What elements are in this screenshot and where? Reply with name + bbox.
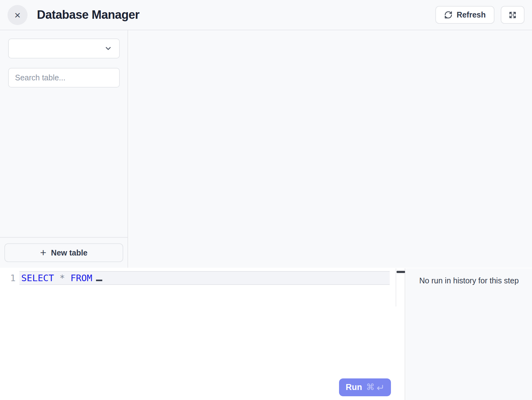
text-cursor	[96, 280, 102, 281]
fullscreen-button[interactable]	[501, 6, 524, 24]
run-shortcut: ⌘	[366, 383, 384, 392]
run-button-label: Run	[346, 382, 362, 392]
sql-keyword-select: SELECT	[21, 273, 54, 283]
return-key-icon	[376, 383, 384, 392]
scrollbar-thumb[interactable]	[397, 271, 405, 273]
sidebar-footer: + New table	[0, 237, 128, 268]
page-title: Database Manager	[37, 8, 139, 22]
new-table-button[interactable]: + New table	[4, 243, 123, 262]
run-button[interactable]: Run ⌘	[339, 378, 391, 396]
sql-editor[interactable]: 1 SELECT * FROM Run ⌘	[0, 268, 405, 400]
plus-icon: +	[40, 247, 46, 258]
table-dropdown[interactable]	[8, 38, 120, 58]
sql-operator-star: *	[59, 273, 65, 283]
main-content-area	[129, 30, 532, 268]
new-table-button-label: New table	[51, 248, 88, 257]
run-history-panel: No run in history for this step	[406, 268, 532, 400]
refresh-button-label: Refresh	[457, 10, 486, 19]
fullscreen-expand-icon	[508, 11, 517, 19]
scrollbar-track	[396, 268, 396, 306]
sql-keyword-from: FROM	[70, 273, 92, 283]
history-empty-message: No run in history for this step	[406, 268, 532, 285]
close-icon: ×	[14, 10, 21, 20]
search-table-input[interactable]	[8, 68, 120, 88]
command-key-icon: ⌘	[366, 383, 375, 392]
close-button[interactable]: ×	[8, 5, 28, 25]
chevron-down-icon	[104, 44, 112, 53]
refresh-icon	[444, 11, 453, 19]
header: × Database Manager Refresh	[0, 0, 532, 30]
refresh-button[interactable]: Refresh	[435, 6, 494, 24]
sidebar: + New table	[0, 30, 128, 268]
database-manager-window: × Database Manager Refresh	[0, 0, 532, 400]
line-number: 1	[6, 271, 16, 285]
editor-active-line[interactable]: SELECT * FROM	[19, 271, 390, 285]
